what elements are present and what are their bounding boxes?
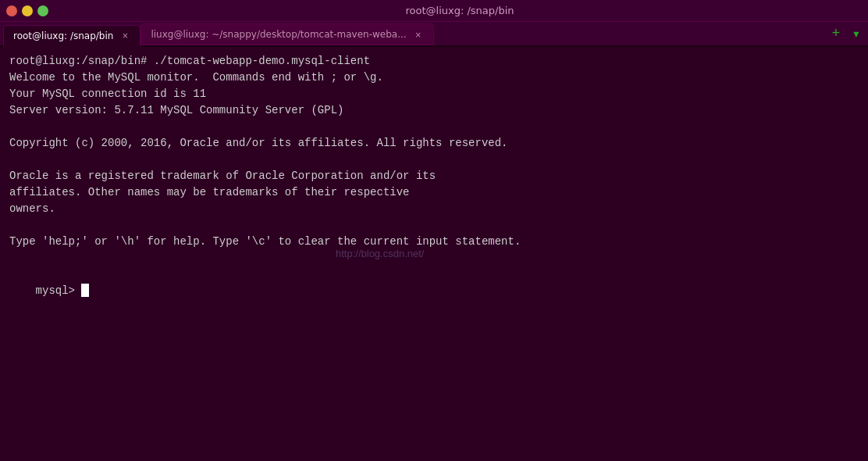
terminal-line-3: Server version: 5.7.11 MySQL Community S… <box>9 102 859 119</box>
terminal: root@liuxg:/snap/bin# ./tomcat-webapp-de… <box>0 47 868 461</box>
tab-dropdown-button[interactable]: ▾ <box>848 25 865 42</box>
terminal-line-6 <box>9 152 859 168</box>
terminal-line-4 <box>9 119 859 135</box>
titlebar-buttons <box>6 5 48 16</box>
close-button[interactable] <box>6 5 17 16</box>
tabbar-actions: + ▾ <box>827 25 865 45</box>
mysql-prompt: mysql> <box>36 284 82 297</box>
tab-label-1: root@liuxg: /snap/bin <box>13 30 113 41</box>
tab-label-2: liuxg@liuxg: ~/snappy/desktop/tomcat-mav… <box>151 29 406 40</box>
cursor <box>81 284 89 297</box>
minimize-button[interactable] <box>22 5 33 16</box>
tab-close-1[interactable]: × <box>119 30 130 41</box>
terminal-line-9: owners. <box>9 201 859 217</box>
tabbar: root@liuxg: /snap/bin × liuxg@liuxg: ~/s… <box>0 22 868 47</box>
maximize-button[interactable] <box>37 5 48 16</box>
tab-inactive[interactable]: liuxg@liuxg: ~/snappy/desktop/tomcat-mav… <box>141 23 433 45</box>
terminal-line-13[interactable]: mysql> <box>9 266 859 316</box>
titlebar-title: root@liuxg: /snap/bin <box>58 5 862 16</box>
terminal-line-1: Welcome to the MySQL monitor. Commands e… <box>9 70 859 86</box>
terminal-line-2: Your MySQL connection id is 11 <box>9 86 859 102</box>
terminal-line-10 <box>9 217 859 234</box>
terminal-line-11: Type 'help;' or '\h' for help. Type '\c'… <box>9 234 859 250</box>
tab-active[interactable]: root@liuxg: /snap/bin × <box>3 25 141 47</box>
terminal-line-5: Copyright (c) 2000, 2016, Oracle and/or … <box>9 135 859 152</box>
titlebar: root@liuxg: /snap/bin <box>0 0 868 22</box>
terminal-line-8: affiliates. Other names may be trademark… <box>9 184 859 201</box>
terminal-line-7: Oracle is a registered trademark of Orac… <box>9 168 859 184</box>
terminal-line-0: root@liuxg:/snap/bin# ./tomcat-webapp-de… <box>9 53 859 70</box>
terminal-line-12 <box>9 250 859 266</box>
new-tab-button[interactable]: + <box>827 25 845 42</box>
tab-close-2[interactable]: × <box>413 29 424 40</box>
